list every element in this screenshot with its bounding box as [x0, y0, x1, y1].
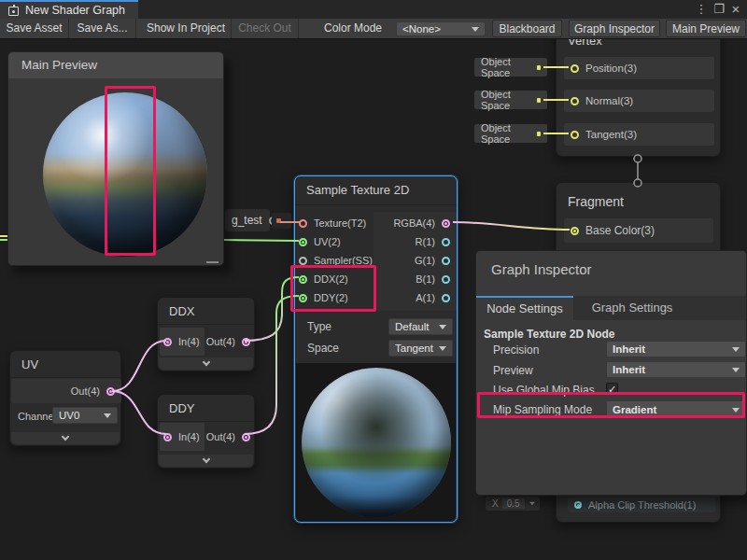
output-a[interactable]: A(1) [374, 288, 457, 307]
space-chip-label: Object Space [481, 122, 530, 145]
vector4-port-icon[interactable] [163, 433, 172, 441]
chevron-down-icon [732, 347, 740, 352]
tab-title: New Shader Graph [25, 4, 125, 17]
main-preview-sphere[interactable] [43, 92, 207, 257]
space-chip-label: Object Space [481, 56, 530, 78]
show-in-project-button[interactable]: Show In Project [141, 19, 232, 38]
texture2d-port-icon[interactable] [299, 219, 307, 228]
port-label: Normal(3) [585, 95, 633, 106]
save-asset-button[interactable]: Save Asset [0, 19, 69, 38]
vector2-port-icon[interactable] [299, 238, 307, 246]
mip-sampling-mode-dropdown[interactable]: Gradient [606, 400, 746, 419]
ddy-input-cell[interactable]: In(4) [160, 423, 204, 451]
vector1-port-icon[interactable] [442, 238, 450, 246]
input-ddx[interactable]: DDX(2) [297, 270, 374, 288]
node-preview-sphere [302, 368, 451, 517]
preview-label: Preview [493, 364, 533, 377]
port-label: Out(4) [71, 385, 100, 397]
input-uv[interactable]: UV(2) [297, 232, 374, 251]
preview-value: Inherit [613, 364, 645, 375]
sample-texture-2d-node[interactable]: Sample Texture 2D Texture(T2) UV(2) Samp… [294, 175, 458, 523]
vector4-port-icon[interactable] [106, 387, 115, 396]
ddx-output-cell[interactable]: Out(4) [206, 328, 254, 356]
close-icon[interactable]: × [727, 0, 744, 19]
vector1-port-icon[interactable] [442, 257, 450, 265]
vector4-port-icon[interactable] [242, 338, 250, 346]
uv-collapse-button[interactable] [11, 432, 120, 444]
main-preview-header[interactable]: Main Preview [8, 52, 223, 78]
resize-grip[interactable] [206, 261, 218, 263]
type-value: Default [395, 321, 429, 332]
input-texture[interactable]: Texture(T2) [297, 214, 374, 232]
tab-graph-settings[interactable]: Graph Settings [581, 296, 684, 320]
texture-value-chip[interactable] [272, 213, 291, 229]
alpha-clip-value-chip[interactable]: X 0.5 [486, 497, 540, 511]
space-dropdown[interactable]: Tangent [388, 340, 453, 357]
color-mode-dropdown[interactable]: <None> [396, 21, 486, 36]
type-dropdown[interactable]: Default [388, 318, 453, 335]
port-label: Sampler(SS) [314, 255, 373, 266]
vector3-port-icon[interactable] [571, 97, 579, 105]
chevron-down-icon [439, 346, 446, 351]
space-chip-tangent[interactable]: Object Space [474, 124, 547, 143]
ddx-collapse-button[interactable] [159, 357, 253, 370]
main-preview-title: Main Preview [21, 58, 97, 72]
ddx-input-cell[interactable]: In(4) [160, 328, 204, 356]
ddy-collapse-button[interactable] [159, 455, 253, 467]
maximize-icon[interactable]: ❐ [711, 0, 727, 19]
vector4-port-icon[interactable] [163, 338, 172, 346]
vector3-port-icon[interactable] [571, 131, 579, 139]
space-chip-normal[interactable]: Object Space [474, 91, 547, 109]
use-global-mip-bias-checkbox[interactable]: ✓ [606, 383, 618, 395]
vertex-port-position[interactable]: Position(3) [564, 57, 714, 79]
value-chip-value[interactable]: 0.5 [502, 498, 525, 509]
vector1-port-icon[interactable] [574, 501, 582, 509]
channel-dropdown[interactable]: UV0 [52, 407, 118, 424]
vector2-port-icon[interactable] [299, 294, 307, 302]
main-preview-panel[interactable]: Main Preview [7, 51, 224, 266]
output-b[interactable]: B(1) [374, 270, 457, 288]
fragment-port-alpha-clip[interactable]: Alpha Clip Threshold(1) [568, 497, 715, 512]
precision-dropdown[interactable]: Inherit [606, 341, 746, 357]
uv-node[interactable]: UV Out(4) Channe UV0 [9, 350, 121, 446]
ddy-node[interactable]: DDY In(4) Out(4) [157, 394, 255, 469]
ddx-node[interactable]: DDX In(4) Out(4) [157, 297, 255, 371]
graph-inspector-panel[interactable]: Graph Inspector Node Settings Graph Sett… [475, 250, 747, 496]
graph-inspector-toggle-button[interactable]: Graph Inspector [569, 20, 660, 37]
mip-sampling-mode-value: Gradient [613, 404, 656, 415]
output-g[interactable]: G(1) [374, 251, 457, 270]
vertex-port-tangent[interactable]: Tangent(3) [564, 123, 714, 146]
preview-dropdown[interactable]: Inherit [606, 361, 746, 378]
property-node-g-test[interactable]: g_test [225, 209, 270, 231]
output-r[interactable]: R(1) [374, 232, 457, 251]
port-label: In(4) [178, 431, 200, 442]
fragment-port-base-color[interactable]: Base Color(3) [564, 218, 713, 243]
vector4-port-icon[interactable] [242, 433, 250, 441]
precision-label: Precision [493, 343, 539, 357]
vector3-port-icon[interactable] [571, 64, 579, 73]
vector2-port-icon[interactable] [299, 275, 307, 284]
tab-node-settings[interactable]: Node Settings [476, 296, 573, 320]
save-as-button[interactable]: Save As... [69, 19, 136, 38]
vector1-port-icon[interactable] [442, 275, 450, 284]
vertex-port-normal[interactable]: Normal(3) [564, 90, 714, 112]
blackboard-toggle-button[interactable]: Blackboard [492, 20, 562, 37]
space-chip-position[interactable]: Object Space [474, 58, 547, 77]
vertex-node[interactable]: Vertex Position(3) Normal(3) Tangent(3) [556, 39, 721, 157]
input-ddy[interactable]: DDY(2) [297, 288, 374, 307]
check-out-button[interactable]: Check Out [232, 19, 299, 38]
vector4-port-icon[interactable] [442, 219, 450, 228]
vector3-port-icon[interactable] [571, 227, 579, 235]
kebab-menu-icon[interactable]: ⋮ [693, 0, 710, 19]
input-sampler[interactable]: Sampler(SS) [297, 251, 374, 270]
type-label: Type [307, 320, 331, 333]
sampler-port-icon[interactable] [299, 257, 307, 265]
output-rgba[interactable]: RGBA(4) [374, 214, 457, 232]
tab-new-shader-graph[interactable]: New Shader Graph [0, 0, 138, 19]
vector1-port-icon[interactable] [442, 294, 450, 302]
shader-graph-canvas[interactable]: Vertex Position(3) Normal(3) Tangent(3) … [0, 39, 747, 560]
uv-output-cell[interactable]: Out(4) [11, 379, 121, 403]
main-preview-toggle-button[interactable]: Main Preview [666, 20, 746, 37]
sample-texture-node-title: Sample Texture 2D [295, 176, 457, 203]
ddy-output-cell[interactable]: Out(4) [206, 423, 254, 451]
